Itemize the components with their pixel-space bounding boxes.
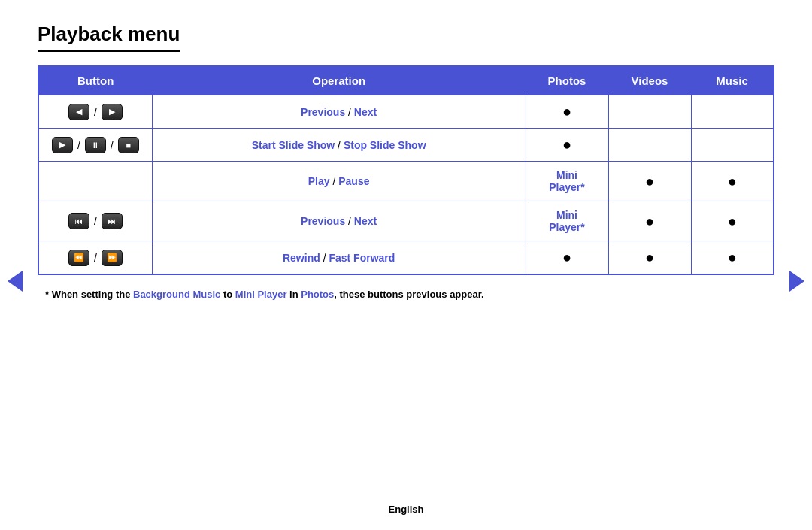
next-track-button-icon: ⏭: [102, 213, 123, 229]
footnote-to: to: [220, 289, 235, 300]
fast-forward-link[interactable]: Fast Forward: [329, 252, 395, 264]
photos-cell: Mini Player*: [526, 162, 608, 201]
photos-cell: ●: [526, 95, 608, 129]
operation-cell: Previous / Next: [152, 201, 526, 241]
previous-link[interactable]: Previous: [301, 106, 345, 118]
col-header-button: Button: [38, 66, 152, 95]
table-row: ◀ / ▶ Previous / Next ●: [38, 95, 774, 129]
mini-player-photos: Mini Player*: [549, 169, 584, 193]
photos-cell: ●: [526, 241, 608, 275]
play-button-icon: ▶: [52, 137, 73, 153]
footnote-photos: Photos: [301, 289, 334, 300]
button-cell: ▶ / ⏸ / ■: [38, 129, 152, 162]
videos-cell: [608, 129, 691, 162]
music-cell: [691, 95, 774, 129]
col-header-photos: Photos: [526, 66, 608, 95]
footnote-mini-player: Mini Player: [235, 289, 287, 300]
operation-cell: Play / Pause: [152, 162, 526, 201]
videos-cell: ●: [608, 201, 691, 241]
page-title: Playback menu: [38, 23, 180, 52]
rewind-link[interactable]: Rewind: [283, 252, 320, 264]
operation-cell: Previous / Next: [152, 95, 526, 129]
table-row: ⏪ / ⏩ Rewind / Fast Forward ● ● ●: [38, 241, 774, 275]
prev-page-arrow[interactable]: [8, 271, 23, 292]
videos-cell: ●: [608, 162, 691, 201]
start-slide-show-link[interactable]: Start Slide Show: [252, 139, 335, 151]
table-row: ⏮ / ⏭ Previous / Next Mini Player* ● ●: [38, 201, 774, 241]
prev-button-icon: ◀: [68, 104, 89, 120]
next-track-link[interactable]: Next: [354, 215, 377, 227]
operation-cell: Start Slide Show / Stop Slide Show: [152, 129, 526, 162]
operation-cell: Rewind / Fast Forward: [152, 241, 526, 275]
music-cell: [691, 129, 774, 162]
footnote: * When setting the Background Music to M…: [38, 289, 774, 300]
pause-button-icon: ⏸: [85, 137, 106, 153]
music-cell: ●: [691, 201, 774, 241]
button-cell: ⏪ / ⏩: [38, 241, 152, 275]
play-link[interactable]: Play: [308, 175, 330, 187]
previous-track-link[interactable]: Previous: [301, 215, 345, 227]
photos-cell: ●: [526, 129, 608, 162]
button-cell: [38, 162, 152, 201]
button-cell: ⏮ / ⏭: [38, 201, 152, 241]
fast-forward-button-icon: ⏩: [102, 250, 123, 266]
table-row: Play / Pause Mini Player* ● ●: [38, 162, 774, 201]
rewind-button-icon: ⏪: [68, 250, 89, 266]
videos-cell: [608, 95, 691, 129]
footnote-suffix: , these buttons previous appear.: [334, 289, 483, 300]
next-page-arrow[interactable]: [789, 271, 804, 292]
next-button-icon: ▶: [102, 104, 123, 120]
stop-button-icon: ■: [118, 137, 139, 153]
next-link[interactable]: Next: [354, 106, 377, 118]
col-header-videos: Videos: [608, 66, 691, 95]
footnote-in: in: [286, 289, 301, 300]
language-label: English: [389, 504, 424, 515]
button-cell: ◀ / ▶: [38, 95, 152, 129]
col-header-music: Music: [691, 66, 774, 95]
col-header-operation: Operation: [152, 66, 526, 95]
playback-table: Button Operation Photos Videos Music ◀ /…: [38, 65, 774, 275]
photos-cell: Mini Player*: [526, 201, 608, 241]
mini-player-photos-2: Mini Player*: [549, 209, 584, 233]
pause-link[interactable]: Pause: [338, 175, 369, 187]
footnote-prefix: * When setting the: [45, 289, 133, 300]
prev-track-button-icon: ⏮: [68, 213, 89, 229]
videos-cell: ●: [608, 241, 691, 275]
music-cell: ●: [691, 162, 774, 201]
footnote-bg-music: Background Music: [133, 289, 220, 300]
table-row: ▶ / ⏸ / ■ Start Slide Show / Stop Slide …: [38, 129, 774, 162]
music-cell: ●: [691, 241, 774, 275]
stop-slide-show-link[interactable]: Stop Slide Show: [344, 139, 426, 151]
